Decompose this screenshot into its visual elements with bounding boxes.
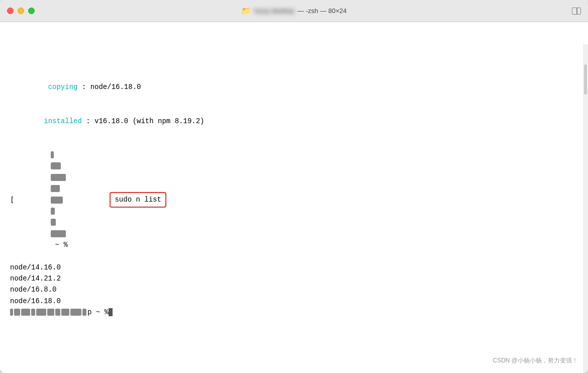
copying-value: : node/16.18.0 (77, 83, 141, 91)
split-view-icon[interactable] (572, 8, 581, 15)
scrollbar[interactable] (583, 44, 588, 373)
cursor (109, 308, 113, 316)
final-prompt-line: p ~ % (10, 307, 578, 318)
installed-line: installed : v16.18.0 (with npm 8.19.2) (10, 104, 578, 138)
watermark: CSDN @小杨小杨，努力变强！ (493, 356, 578, 365)
window-title-suffix: — -zsh — 80×24 (298, 7, 347, 15)
folder-icon: 📁 (241, 6, 251, 16)
copying-label: copying (35, 83, 77, 91)
close-button[interactable] (7, 8, 14, 14)
maximize-button[interactable] (28, 8, 35, 14)
title-bar-right (572, 8, 581, 15)
sudo-n-list-command: sudo n list (110, 192, 166, 207)
window-title: fuzzy desktop (254, 7, 295, 15)
node-version-1: node/14.16.0 (10, 262, 578, 273)
title-bar: 📁 fuzzy desktop — -zsh — 80×24 (0, 0, 588, 22)
installed-value: : v16.18.0 (with npm 8.19.2) (82, 117, 205, 125)
minimize-button[interactable] (18, 8, 24, 14)
copying-line: copying : node/16.18.0 (10, 70, 578, 104)
node-version-4: node/16.18.0 (10, 296, 578, 307)
prompt-blurred: ~ % (17, 138, 70, 261)
node-version-3: node/16.8.0 (10, 284, 578, 295)
terminal-window: 📁 fuzzy desktop — -zsh — 80×24 copying :… (0, 0, 588, 373)
terminal-body: copying : node/16.18.0 installed : v16.1… (0, 22, 588, 373)
traffic-lights (7, 8, 35, 14)
title-bar-text: 📁 fuzzy desktop — -zsh — 80×24 (241, 6, 346, 16)
prompt-command-line: [ ~ % sudo n list (10, 138, 578, 261)
scrollbar-thumb[interactable] (584, 64, 587, 95)
installed-label: installed (35, 117, 81, 125)
node-version-2: node/14.21.2 (10, 273, 578, 284)
